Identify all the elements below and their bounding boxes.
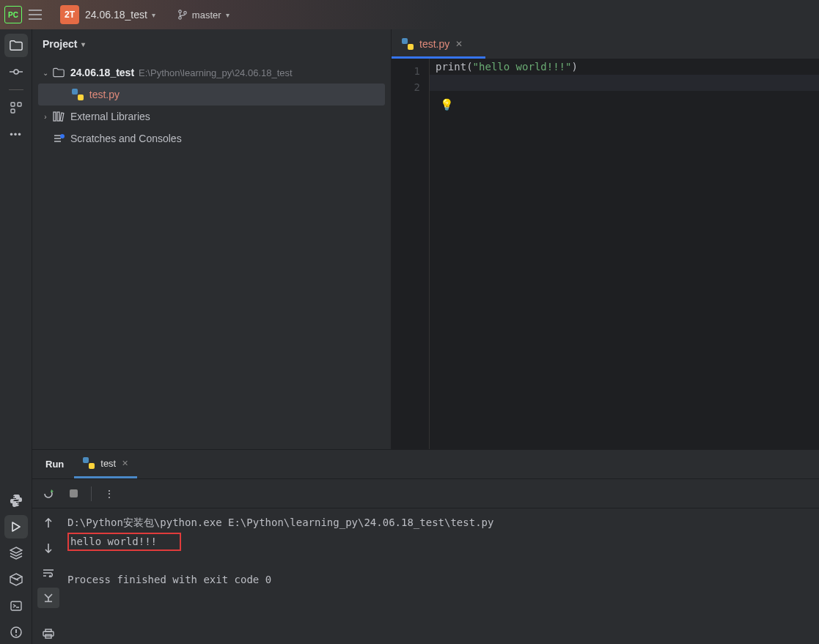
title-bar: PC 2T 24.06.18_test ▾ master ▾ (0, 0, 819, 29)
toolbar-separator (91, 486, 92, 501)
project-tool-button[interactable] (4, 34, 28, 57)
print-button[interactable] (37, 623, 59, 644)
soft-wrap-button[interactable] (37, 563, 59, 583)
console-command-line: D:\Python安装包\python.exe E:\Python\learni… (67, 517, 493, 528)
scratches-label: Scratches and Consoles (70, 133, 182, 144)
kebab-icon: ⋮ (104, 488, 114, 500)
project-avatar-icon: 2T (60, 5, 79, 24)
editor-tab-label: test.py (419, 38, 449, 50)
branch-name-label: master (192, 10, 221, 21)
library-icon (53, 111, 67, 122)
structure-tool-button[interactable] (4, 96, 28, 119)
console-exit-line: Process finished with exit code 0 (67, 574, 271, 585)
layers-icon (10, 547, 23, 560)
external-libraries-label: External Libraries (70, 111, 150, 122)
intention-bulb-icon[interactable]: 💡 (440, 98, 454, 111)
warning-icon (10, 626, 23, 639)
services-tool-button[interactable] (4, 541, 28, 565)
chevron-down-icon: ▾ (81, 40, 85, 48)
left-tool-rail: ••• (0, 29, 32, 644)
scratches-node[interactable]: Scratches and Consoles (32, 127, 391, 149)
python-file-icon (402, 38, 414, 50)
commit-tool-button[interactable] (4, 60, 28, 84)
scroll-up-button[interactable] (37, 513, 59, 533)
run-tab-bar: Run test ✕ (32, 450, 819, 479)
editor-tab-test-py[interactable]: test.py ✕ (392, 29, 473, 59)
svg-point-10 (15, 634, 17, 636)
svg-rect-6 (11, 109, 15, 113)
svg-rect-4 (11, 103, 15, 106)
expand-toggle-icon[interactable]: ⌄ (38, 69, 53, 77)
main-menu-button[interactable] (28, 10, 54, 20)
python-console-button[interactable] (4, 489, 28, 512)
project-root-path: E:\Python\learning_py\24.06.18_test (139, 67, 293, 78)
folder-icon (53, 67, 67, 78)
line-gutter: 1 2 (392, 59, 430, 449)
run-config-tab[interactable]: test ✕ (74, 450, 137, 478)
wrap-icon (43, 569, 54, 577)
chevron-down-icon: ▾ (226, 11, 229, 19)
external-libraries-node[interactable]: › External Libraries (32, 106, 391, 127)
rerun-icon (43, 488, 54, 500)
svg-rect-13 (60, 113, 64, 121)
python-file-icon (83, 457, 95, 469)
project-panel-title: Project (43, 38, 77, 50)
scroll-to-end-button[interactable] (37, 588, 59, 608)
svg-rect-16 (43, 632, 54, 636)
code-content[interactable]: print("hello world!!!") 💡 (430, 59, 819, 449)
python-icon (10, 494, 23, 507)
svg-rect-5 (18, 103, 21, 106)
run-toolbar: ⋮ (32, 479, 819, 508)
project-panel-header[interactable]: Project ▾ (32, 29, 391, 59)
problems-tool-button[interactable] (4, 621, 28, 644)
stop-button[interactable] (63, 484, 84, 504)
svg-point-1 (179, 17, 182, 20)
file-node-test-py[interactable]: test.py (38, 84, 385, 106)
run-panel: Run test ✕ ⋮ (32, 450, 819, 644)
code-line[interactable]: print("hello world!!!") (430, 59, 819, 75)
editor-tab-bar: test.py ✕ (392, 29, 819, 59)
ellipsis-icon: ••• (10, 129, 22, 140)
stop-icon (70, 489, 78, 497)
more-actions-button[interactable]: ⋮ (99, 484, 120, 504)
scratches-icon (53, 133, 67, 144)
printer-icon (43, 629, 54, 639)
python-file-icon (72, 89, 84, 100)
rerun-button[interactable] (38, 484, 59, 504)
close-tab-button[interactable]: ✕ (455, 39, 463, 49)
console-output[interactable]: D:\Python安装包\python.exe E:\Python\learni… (65, 508, 819, 644)
code-line[interactable] (430, 75, 819, 91)
play-icon (11, 522, 21, 532)
arrow-up-icon (44, 518, 53, 528)
svg-point-0 (179, 10, 182, 13)
terminal-tool-button[interactable] (4, 594, 28, 618)
svg-rect-11 (54, 112, 56, 121)
project-selector[interactable]: 24.06.18_test ▾ (85, 9, 155, 21)
structure-icon (10, 102, 22, 114)
svg-point-2 (184, 12, 187, 15)
project-root-label: 24.06.18_test (70, 67, 134, 78)
editor-area: test.py ✕ 1 2 print("hello world!!!") 💡 (392, 29, 819, 449)
expand-toggle-icon[interactable]: › (38, 113, 53, 121)
svg-point-14 (60, 134, 65, 138)
more-tool-button[interactable]: ••• (4, 122, 28, 146)
svg-point-3 (14, 70, 18, 74)
project-panel: Project ▾ ⌄ 24.06.18_test E:\Python\lear… (32, 29, 392, 449)
scroll-down-button[interactable] (37, 538, 59, 558)
run-panel-title: Run (38, 459, 71, 470)
git-branch-selector[interactable]: master ▾ (177, 10, 229, 21)
run-tab-label: test (100, 458, 116, 469)
run-tool-button[interactable] (4, 515, 28, 538)
chevron-down-icon: ▾ (152, 11, 155, 19)
code-editor[interactable]: 1 2 print("hello world!!!") 💡 (392, 59, 819, 449)
terminal-icon (10, 601, 22, 611)
folder-icon (10, 40, 23, 51)
close-tab-button[interactable]: ✕ (122, 459, 128, 468)
line-number: 1 (392, 63, 420, 79)
python-packages-button[interactable] (4, 568, 28, 591)
project-tree: ⌄ 24.06.18_test E:\Python\learning_py\24… (32, 59, 391, 449)
project-root-node[interactable]: ⌄ 24.06.18_test E:\Python\learning_py\24… (32, 62, 391, 84)
branch-icon (177, 10, 188, 20)
line-number: 2 (392, 79, 420, 95)
rail-separator (9, 89, 23, 90)
